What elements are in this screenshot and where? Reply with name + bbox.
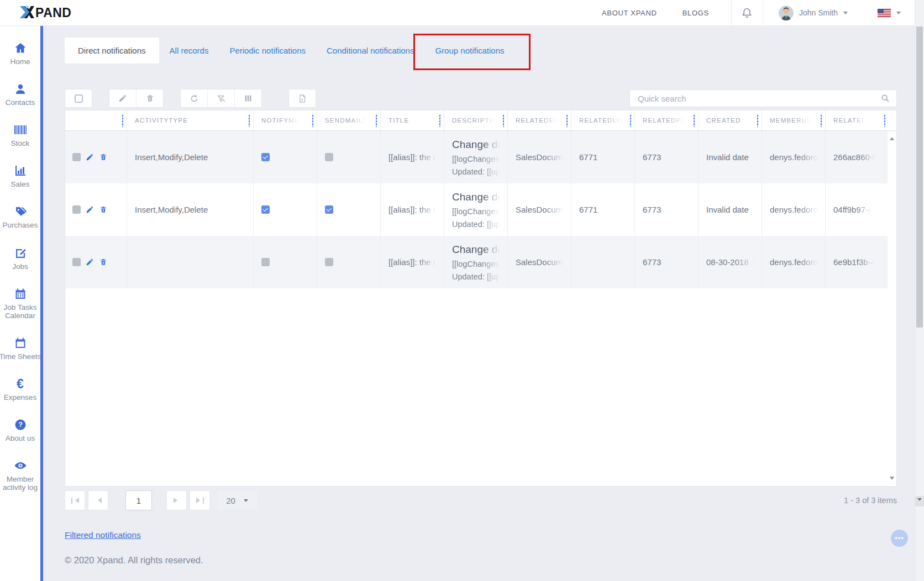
table-row[interactable]: Insert,Modify,Delete [[alias]]: the rec … (65, 131, 888, 183)
search-icon[interactable] (881, 94, 890, 103)
nav-about-xpand[interactable]: ABOUT XPAND (602, 9, 657, 17)
column-label: SENDMAILT (325, 117, 367, 124)
sidebar-item-label: Member activity log (0, 475, 41, 492)
scrollbar-thumb[interactable] (916, 27, 923, 328)
tab-periodic-notifications[interactable]: Periodic notifications (219, 38, 316, 64)
row-delete-button[interactable] (99, 153, 108, 162)
user-menu[interactable]: John Smith (763, 6, 863, 20)
row-select-checkbox[interactable] (72, 258, 81, 266)
scrollbar-down-button[interactable] (915, 496, 924, 506)
row-actions (65, 131, 127, 183)
sidebar-item-time-sheets[interactable]: Time Sheets (0, 336, 41, 361)
sidebar-item-label: Jobs (12, 262, 28, 271)
trash-icon (99, 153, 107, 161)
bell-icon (741, 7, 753, 19)
notifications-bell-button[interactable] (732, 0, 763, 25)
row-delete-button[interactable] (99, 258, 108, 267)
sendmailto-checkbox[interactable] (325, 205, 333, 214)
column-menu-icon[interactable] (375, 114, 377, 127)
columns-button[interactable] (234, 89, 261, 107)
first-page-button[interactable] (65, 490, 85, 510)
row-edit-button[interactable] (86, 258, 95, 267)
sidebar-item-contacts[interactable]: Contacts (0, 82, 41, 107)
sidebar-item-home[interactable]: Home (0, 41, 41, 66)
cell-related: 6e9b1f3b-4 (826, 236, 888, 288)
sidebar-item-expenses[interactable]: € Expenses (0, 377, 41, 402)
row-delete-button[interactable] (99, 205, 108, 214)
cell-relatedentity: SalesDocumen (508, 183, 571, 236)
scroll-down-icon[interactable] (890, 477, 894, 482)
previous-page-button[interactable] (88, 490, 108, 510)
select-rows-button[interactable] (65, 89, 92, 107)
column-menu-icon[interactable] (693, 114, 695, 127)
next-page-button[interactable] (166, 490, 187, 510)
column-menu-icon[interactable] (248, 114, 250, 127)
tab-group-notifications[interactable]: Group notifications (424, 38, 514, 64)
floating-more-button[interactable]: ••• (891, 530, 908, 547)
purchases-tags-icon (13, 204, 28, 219)
row-edit-button[interactable] (86, 153, 95, 162)
sendmailto-checkbox[interactable] (325, 153, 333, 161)
table-row[interactable]: [[alias]]: the rec Change det [[logChang… (65, 236, 888, 288)
sidebar-item-member-activity-log[interactable]: Member activity log (0, 458, 41, 492)
row-edit-button[interactable] (86, 205, 95, 214)
column-menu-icon[interactable] (312, 114, 314, 127)
column-menu-icon[interactable] (566, 114, 568, 127)
delete-button[interactable] (136, 89, 163, 107)
sidebar: Home Contacts Stock Sales Purchases Jobs (0, 25, 43, 581)
table-row[interactable]: Insert,Modify,Delete [[alias]]: the rec … (65, 183, 888, 236)
column-menu-icon[interactable] (502, 114, 505, 127)
cell-related: 266ac860-0 (826, 131, 888, 183)
cell-created: 08-30-2018 1 (699, 236, 762, 288)
page-number-input[interactable]: 1 (125, 490, 152, 510)
page-scrollbar[interactable] (915, 0, 924, 581)
grid-header-select (65, 110, 127, 130)
edit-button[interactable] (109, 89, 136, 107)
column-menu-icon[interactable] (439, 114, 441, 127)
cell-title: [[alias]]: the rec (381, 236, 444, 288)
last-page-button[interactable] (190, 490, 210, 510)
column-label: MEMBERUS (770, 117, 812, 124)
column-menu-icon[interactable] (122, 114, 124, 127)
grid-scrollbar[interactable] (888, 131, 896, 486)
tab-conditional-notifications[interactable]: Conditional notifications (316, 38, 424, 64)
row-select-checkbox[interactable] (72, 205, 81, 214)
sendmailto-checkbox[interactable] (325, 258, 333, 266)
top-nav: ABOUT XPAND BLOGS (602, 9, 709, 17)
column-label: NOTIFYME (261, 117, 300, 124)
column-menu-icon[interactable] (629, 114, 632, 127)
notifyme-checkbox[interactable] (261, 153, 270, 161)
sidebar-item-job-tasks-calendar[interactable]: Job Tasks Calendar (0, 287, 41, 320)
grid-body: Insert,Modify,Delete [[alias]]: the rec … (65, 131, 888, 486)
cell-sendmailto (317, 236, 381, 288)
page-size-select[interactable]: 20 (217, 491, 257, 510)
refresh-button[interactable] (181, 89, 207, 107)
notifyme-checkbox[interactable] (261, 258, 270, 266)
search-input[interactable] (637, 93, 881, 104)
nav-blogs[interactable]: BLOGS (683, 9, 709, 17)
tab-direct-notifications[interactable]: Direct notifications (65, 38, 159, 64)
notifyme-checkbox[interactable] (261, 205, 270, 214)
sidebar-item-jobs[interactable]: Jobs (0, 246, 41, 271)
column-menu-icon[interactable] (884, 114, 886, 127)
cell-activitytype: Insert,Modify,Delete (127, 183, 254, 236)
sidebar-item-sales[interactable]: Sales (0, 163, 41, 188)
sidebar-item-label: Home (10, 57, 30, 66)
copyright-text: © 2020 Xpand. All rights reserved. (65, 555, 897, 566)
column-menu-icon[interactable] (757, 114, 759, 127)
last-page-icon (196, 498, 203, 503)
page-size-value: 20 (226, 496, 235, 505)
export-excel-button[interactable]: x (289, 89, 316, 107)
filtered-notifications-link[interactable]: Filtered notifications (65, 530, 141, 540)
sidebar-item-about-us[interactable]: ? About us (0, 418, 41, 442)
column-menu-icon[interactable] (820, 114, 822, 127)
cell-title: [[alias]]: the rec (381, 131, 444, 183)
column-label: TITLE (389, 117, 409, 124)
sidebar-item-stock[interactable]: Stock (0, 123, 41, 147)
scroll-up-icon[interactable] (890, 135, 894, 140)
sidebar-item-purchases[interactable]: Purchases (0, 204, 41, 229)
clear-filter-button[interactable] (207, 89, 234, 107)
brand-logo[interactable]: PAND (20, 6, 71, 20)
row-select-checkbox[interactable] (72, 153, 81, 161)
tab-all-records[interactable]: All records (159, 38, 219, 64)
